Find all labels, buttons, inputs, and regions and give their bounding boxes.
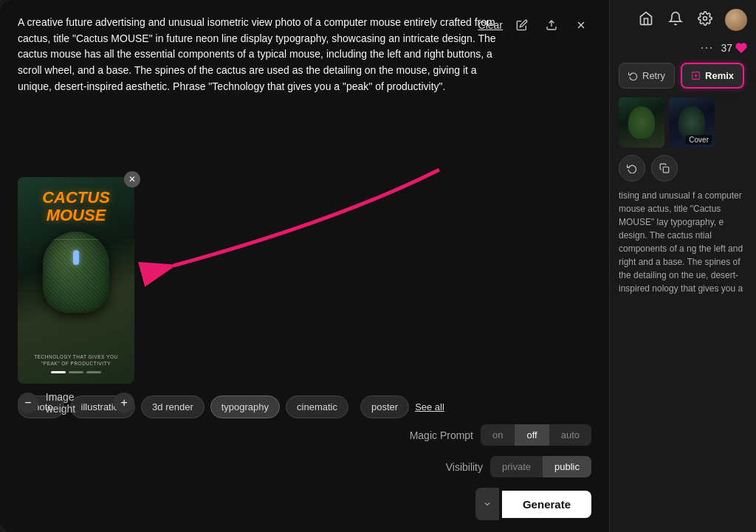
retry-icon bbox=[628, 71, 638, 80]
image-weight-label: Image weight bbox=[46, 391, 107, 415]
thumb-footer-text: TECHNOLOGY THAT GIVES YOU "PEAK" OF PROD… bbox=[18, 353, 134, 367]
visibility-private[interactable]: private bbox=[490, 456, 543, 477]
action-icons-row bbox=[619, 155, 747, 182]
image-thumbnail: CACTUSMOUSE TECHNOLOGY THAT GIVES YOU "P… bbox=[18, 177, 134, 384]
thumb-footer: TECHNOLOGY THAT GIVES YOU "PEAK" OF PROD… bbox=[18, 353, 134, 373]
upload-button[interactable] bbox=[541, 15, 562, 35]
top-nav-icons bbox=[619, 9, 747, 31]
bell-icon[interactable] bbox=[666, 9, 685, 28]
generate-dropdown-button[interactable] bbox=[475, 488, 499, 520]
visibility-public[interactable]: public bbox=[543, 456, 591, 477]
svg-rect-5 bbox=[663, 167, 669, 173]
heart-count: 37 bbox=[721, 42, 747, 54]
remove-image-button[interactable]: ✕ bbox=[124, 171, 140, 187]
image-preview-area: ✕ CACTUSMOUSE TECHNOLOGY THAT GIVES YOU … bbox=[18, 177, 591, 384]
prompt-text: A creative future advertising and unusua… bbox=[18, 15, 591, 162]
refresh-icon-button[interactable] bbox=[619, 155, 645, 182]
thumb-dots bbox=[18, 371, 134, 373]
mouse-body bbox=[43, 232, 109, 313]
magic-prompt-toggle: on off auto bbox=[481, 424, 591, 446]
magic-prompt-on[interactable]: on bbox=[481, 424, 515, 446]
copy-icon bbox=[659, 163, 670, 173]
main-panel: A creative future advertising and unusua… bbox=[0, 0, 609, 532]
visibility-row: Visibility private public bbox=[416, 456, 591, 477]
mouse-texture bbox=[43, 232, 109, 313]
edit-button[interactable] bbox=[512, 15, 532, 35]
thumb-title: CACTUSMOUSE bbox=[42, 189, 110, 224]
magic-prompt-off[interactable]: off bbox=[515, 424, 549, 446]
see-all-button[interactable]: See all bbox=[415, 401, 444, 412]
thumb-sm-inner-1 bbox=[619, 97, 664, 148]
cover-label: Cover bbox=[686, 135, 712, 145]
more-options-button[interactable]: ··· bbox=[700, 40, 713, 55]
tag-3d-render[interactable]: 3d render bbox=[141, 395, 205, 418]
thumb-dot-3 bbox=[86, 371, 101, 373]
generate-button[interactable]: Generate bbox=[502, 491, 591, 518]
heart-icon bbox=[735, 42, 747, 54]
image-weight-row: − Image weight + bbox=[18, 391, 134, 415]
thumb-dot-2 bbox=[69, 371, 83, 373]
tag-cinematic[interactable]: cinematic bbox=[286, 395, 348, 418]
weight-increase-button[interactable]: + bbox=[114, 393, 134, 413]
retry-button[interactable]: Retry bbox=[619, 63, 675, 89]
right-panel: ··· 37 Retry Remix bbox=[609, 0, 756, 532]
generate-row: Generate bbox=[475, 488, 591, 520]
image-thumbnail-container: ✕ CACTUSMOUSE TECHNOLOGY THAT GIVES YOU … bbox=[18, 177, 134, 384]
description-text: tising and unusual f a computer mouse ac… bbox=[619, 189, 747, 295]
remix-button[interactable]: Remix bbox=[681, 63, 744, 89]
magic-prompt-row: Magic Prompt on off auto bbox=[407, 424, 591, 446]
clear-button[interactable]: Clear bbox=[478, 19, 503, 31]
thumbnail-1[interactable] bbox=[619, 97, 664, 148]
right-actions: ··· 37 bbox=[619, 40, 747, 55]
magic-prompt-label: Magic Prompt bbox=[407, 429, 473, 441]
copy-icon-button[interactable] bbox=[651, 155, 678, 182]
mouse-divider bbox=[54, 239, 98, 240]
tag-typography[interactable]: typography bbox=[210, 395, 280, 418]
thumb-dot-1 bbox=[51, 371, 66, 373]
svg-point-3 bbox=[704, 17, 707, 21]
mouse-scroll-wheel bbox=[73, 250, 79, 265]
home-icon[interactable] bbox=[636, 9, 656, 28]
thumbnails-row: Cover bbox=[619, 97, 747, 148]
prompt-actions: Clear bbox=[478, 15, 591, 35]
settings-icon[interactable] bbox=[695, 9, 715, 28]
close-button[interactable] bbox=[571, 15, 591, 35]
mouse-illustration bbox=[39, 232, 113, 313]
user-avatar[interactable] bbox=[725, 9, 747, 31]
tag-poster[interactable]: poster bbox=[360, 395, 409, 418]
remix-icon bbox=[691, 71, 701, 80]
visibility-label: Visibility bbox=[416, 461, 483, 473]
weight-decrease-button[interactable]: − bbox=[18, 393, 38, 413]
remix-retry-row: Retry Remix bbox=[619, 63, 747, 89]
refresh-icon bbox=[627, 163, 637, 173]
bottom-controls: Magic Prompt on off auto Visibility priv… bbox=[407, 424, 591, 520]
visibility-toggle: private public bbox=[490, 456, 591, 477]
magic-prompt-auto[interactable]: auto bbox=[549, 424, 591, 446]
prompt-area: A creative future advertising and unusua… bbox=[18, 15, 591, 162]
thumbnail-2[interactable]: Cover bbox=[669, 97, 715, 148]
